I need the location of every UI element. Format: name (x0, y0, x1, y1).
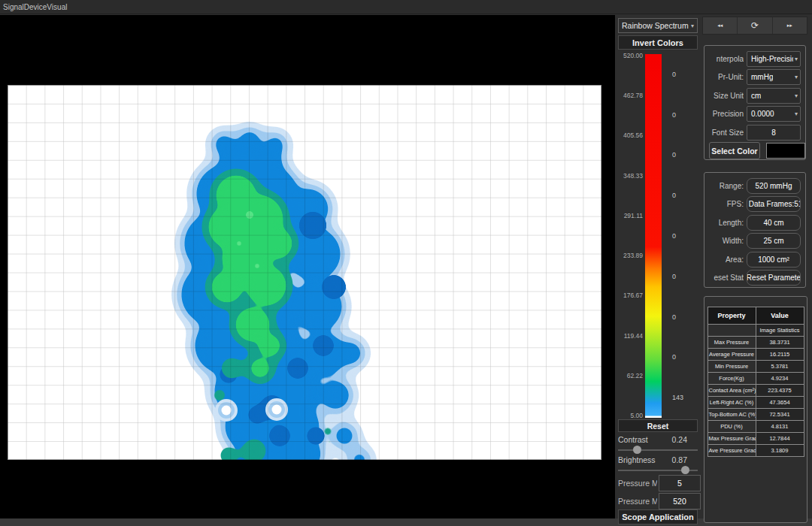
reset-status-label: eset Stat (704, 274, 744, 282)
pressure-unit-label: Pr-Unit: (704, 73, 744, 81)
table-row: Ave Pressure Gradient3.1809 (707, 445, 804, 457)
stat-value: 38.3731 (756, 337, 804, 349)
pressure-heatmap (0, 15, 615, 518)
font-size-input[interactable]: 8 (747, 125, 801, 141)
measurement-info-group: Range: 520 mmHg FPS: al Data Frames:518 … (704, 172, 806, 288)
scope-application-button[interactable]: Scope Application (618, 509, 698, 524)
table-header-row: Property Value (707, 307, 804, 325)
stat-value: 4.9234 (756, 373, 804, 385)
size-unit-value: cm (751, 92, 761, 100)
statistics-group: Property Value Image Statistics Max Pres… (704, 296, 807, 523)
refresh-button[interactable]: ⟳ (737, 17, 771, 34)
slider-handle[interactable] (633, 446, 641, 454)
stat-property: Left-Right AC (%) (707, 397, 756, 409)
pressure-min-row: Pressure Mi (618, 475, 698, 491)
pressure-max-label: Pressure Ma (618, 497, 657, 506)
select-color-button[interactable]: Select Color (709, 142, 760, 159)
contrast-slider[interactable] (618, 446, 698, 455)
bin-count: 0 (672, 297, 695, 337)
slider-track[interactable] (618, 449, 698, 451)
step-forward-icon: ▸▸ (787, 23, 792, 29)
bin-count: 0 (672, 216, 695, 256)
grid-overlay (8, 85, 601, 460)
scale-label: 119.44 (618, 332, 643, 340)
table-row: Contact Area (cm²)223.4375 (707, 385, 804, 397)
bin-count: 0 (672, 95, 695, 135)
stat-value: Image Statistics (756, 325, 804, 337)
colorbar-scale-labels: 520.00 462.78 405.56 348.33 291.11 233.8… (618, 52, 643, 419)
table-row: Image Statistics (707, 325, 804, 337)
slider-handle[interactable] (681, 466, 689, 474)
property-header: Property (707, 307, 756, 325)
size-unit-select[interactable]: cm ▾ (747, 88, 801, 104)
step-forward-button[interactable]: ▸▸ (772, 17, 807, 34)
size-unit-label: Size Unit (704, 92, 744, 100)
stat-property: Max Pressure Gradient (707, 433, 756, 445)
scale-label: 291.11 (618, 212, 643, 219)
scale-label: 176.67 (618, 292, 643, 299)
reset-button[interactable]: Reset (618, 419, 698, 432)
caret-down-icon: ▾ (691, 23, 694, 29)
precision-select[interactable]: 0.0000 ▾ (747, 106, 801, 122)
pressure-map-canvas[interactable] (0, 15, 615, 518)
fps-value: al Data Frames:518 (747, 196, 801, 212)
bin-count: 143 (672, 377, 695, 418)
bin-count: 0 (672, 256, 695, 297)
scale-label: 405.56 (618, 132, 643, 139)
step-back-button[interactable]: ◂◂ (703, 17, 737, 34)
width-row: Width: 25 cm (704, 232, 805, 251)
step-back-icon: ◂◂ (717, 23, 723, 29)
display-settings-group: nterpola High-Precision A ▾ Pr-Unit: mmH… (704, 45, 806, 160)
reset-status-value[interactable]: o Reset Parameters (747, 270, 801, 286)
stat-value: 72.5341 (756, 409, 804, 421)
bin-count: 0 (672, 175, 695, 216)
fps-label: FPS: (704, 200, 744, 208)
stat-property (707, 325, 756, 337)
pressure-max-input[interactable] (659, 493, 701, 509)
contrast-value: 0.24 (672, 435, 687, 444)
color-preset-select[interactable]: Rainbow Spectrum ▾ (618, 18, 698, 33)
bin-count: 0 (672, 135, 695, 176)
precision-label: Precision (704, 110, 744, 118)
brightness-slider[interactable] (618, 466, 698, 475)
statistics-table: Property Value Image Statistics Max Pres… (707, 307, 804, 457)
interpolation-select[interactable]: High-Precision A ▾ (747, 51, 801, 67)
table-row: Left-Right AC (%)47.3654 (707, 397, 804, 409)
caret-down-icon: ▾ (795, 92, 798, 99)
colorbar-bin-counts: 0 0 0 0 0 0 0 0 143 (672, 54, 695, 418)
pressure-min-input[interactable] (659, 475, 701, 491)
table-row: Max Pressure38.3731 (707, 337, 804, 349)
precision-value: 0.0000 (751, 110, 774, 118)
contrast-row: Contrast 0.24 (618, 434, 698, 445)
stat-property: Min Pressure (707, 361, 756, 373)
color-swatch[interactable] (766, 143, 805, 159)
stat-value: 16.2115 (756, 349, 804, 361)
length-value: 40 cm (747, 215, 801, 231)
length-label: Length: (704, 219, 744, 227)
stat-property: Max Pressure (707, 337, 756, 349)
area-row: Area: 1000 cm² (704, 250, 805, 269)
scale-label: 462.78 (618, 92, 643, 99)
reset-status-row: eset Stat o Reset Parameters (704, 269, 805, 288)
interpolation-value: High-Precision A (751, 55, 793, 63)
interpolation-label: nterpola (704, 55, 744, 63)
table-row: Top-Bottom AC (%)72.5341 (707, 409, 804, 421)
stat-value: 12.7844 (756, 433, 804, 445)
range-value: 520 mmHg (747, 178, 801, 194)
pressure-unit-select[interactable]: mmHg ▾ (747, 69, 801, 85)
color-preset-value: Rainbow Spectrum (622, 21, 689, 30)
table-row: Max Pressure Gradient12.7844 (707, 433, 804, 445)
stat-value: 5.3781 (756, 361, 804, 373)
stat-property: Force(Kg) (707, 373, 756, 385)
scale-label: 348.33 (618, 172, 643, 180)
stat-value: 223.4375 (756, 385, 804, 397)
precision-row: Precision 0.0000 ▾ (704, 105, 805, 124)
invert-colors-button[interactable]: Invert Colors (618, 35, 698, 50)
brightness-row: Brightness 0.87 (618, 455, 698, 465)
range-row: Range: 520 mmHg (704, 177, 805, 195)
select-color-row: Select Color (704, 142, 805, 161)
length-row: Length: 40 cm (704, 213, 805, 232)
scale-label: 233.89 (618, 252, 643, 259)
color-gradient-bar[interactable] (645, 54, 662, 418)
size-unit-row: Size Unit cm ▾ (704, 86, 805, 105)
